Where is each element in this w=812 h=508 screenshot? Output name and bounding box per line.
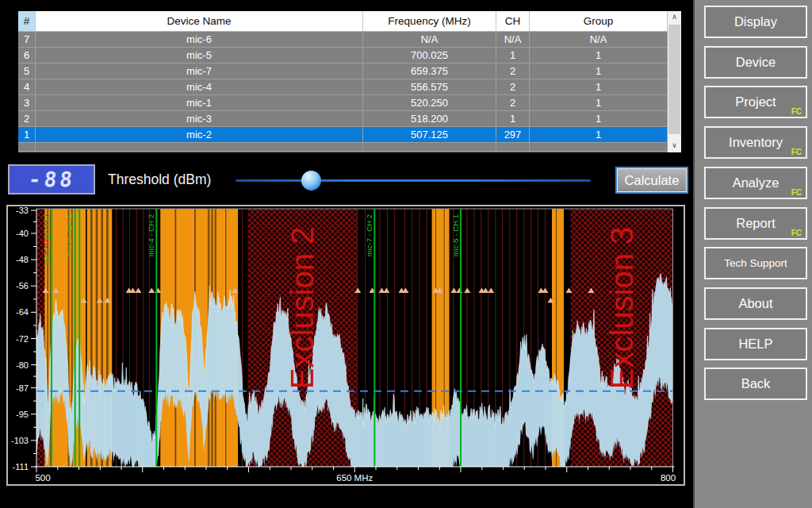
sidebar-button-back[interactable]: Back: [704, 368, 807, 400]
threshold-slider-thumb[interactable]: [301, 171, 321, 190]
fc-badge: FC: [791, 188, 802, 197]
table-cell: 1: [530, 48, 668, 64]
table-cell: 2: [496, 95, 530, 111]
table-cell: [36, 143, 363, 152]
table-row[interactable]: 3mic-1520.25021: [18, 95, 668, 111]
table-cell: 1: [496, 48, 530, 64]
sidebar-button-label: Tech Support: [724, 257, 787, 269]
table-cell: 1: [530, 64, 668, 79]
table-cell: 1: [530, 95, 668, 111]
svg-text:Exclusion 3: Exclusion 3: [604, 227, 639, 390]
fc-badge: FC: [791, 229, 802, 237]
spectrum-canvas: Exclusion 1Exclusion 2Exclusion 3mic-2 -…: [8, 206, 684, 484]
table-cell: mic-1: [36, 95, 363, 111]
table-row[interactable]: 4mic-4556.57521: [18, 79, 668, 95]
svg-text:mic-5 - CH 1: mic-5 - CH 1: [451, 214, 460, 256]
threshold-label: Threshold (dBm): [108, 171, 211, 188]
sidebar-button-inventory[interactable]: InventoryFC: [704, 126, 807, 159]
table-cell: mic-3: [36, 111, 363, 127]
svg-text:mic-3 - CH 1: mic-3 - CH 1: [65, 214, 74, 256]
spectrum-plot: Exclusion 1Exclusion 2Exclusion 3mic-2 -…: [6, 205, 685, 486]
svg-text:650 MHz: 650 MHz: [336, 473, 373, 483]
sidebar-button-display[interactable]: Display: [704, 6, 807, 38]
table-cell: 507.125: [363, 127, 496, 143]
table-cell: [496, 143, 530, 152]
table-row[interactable]: 1mic-2507.1252971: [18, 127, 668, 143]
sidebar-button-label: Device: [736, 55, 776, 70]
column-header[interactable]: #: [18, 11, 36, 32]
scroll-down-button[interactable]: ∨: [668, 140, 681, 152]
table-cell: 4: [18, 79, 36, 95]
svg-text:mic-7 - CH 2: mic-7 - CH 2: [365, 214, 373, 256]
table-cell: 2: [496, 64, 530, 79]
table-cell: N/A: [530, 32, 668, 48]
svg-text:-56: -56: [16, 281, 29, 291]
sidebar-button-project[interactable]: ProjectFC: [704, 86, 807, 118]
svg-text:800: 800: [661, 473, 676, 483]
column-header[interactable]: Device Name: [36, 11, 363, 32]
table-scrollbar[interactable]: ∧ ∨: [668, 11, 681, 152]
svg-text:mic-2 - CH 297: mic-2 - CH 297: [42, 214, 51, 265]
sidebar-button-label: Display: [734, 14, 777, 29]
calculate-button[interactable]: Calculate: [617, 168, 687, 192]
sidebar-button-label: Back: [741, 376, 771, 391]
table-cell: 7: [18, 32, 36, 48]
svg-text:-48: -48: [16, 255, 29, 264]
table-cell: 659.375: [363, 64, 496, 79]
scroll-up-button[interactable]: ∧: [668, 11, 681, 24]
svg-text:mic-4 - CH 2: mic-4 - CH 2: [147, 214, 155, 256]
table-row[interactable]: 5mic-7659.37521: [18, 64, 668, 79]
table-row[interactable]: 2mic-3518.20011: [18, 111, 668, 127]
threshold-slider-track[interactable]: [236, 179, 591, 182]
table-cell: 6: [18, 48, 36, 64]
table-cell: mic-5: [36, 48, 363, 64]
sidebar-button-about[interactable]: About: [704, 287, 807, 320]
table-cell: mic-2: [36, 127, 363, 143]
svg-text:-33: -33: [16, 206, 29, 215]
table-cell: 700.025: [363, 48, 496, 64]
table-cell: mic-7: [36, 64, 363, 79]
fc-badge: FC: [791, 148, 802, 156]
threshold-display: -88: [8, 164, 95, 194]
table-cell: 2: [496, 79, 530, 95]
svg-text:-111: -111: [13, 462, 29, 471]
svg-text:-95: -95: [16, 410, 29, 419]
table-header-row: #Device NameFrequency (MHz)CHGroup: [18, 11, 668, 32]
svg-text:-87: -87: [16, 383, 29, 393]
sidebar: DisplayDeviceProjectFCInventoryFCAnalyze…: [693, 0, 812, 508]
svg-text:500: 500: [35, 473, 50, 483]
sidebar-button-label: Inventory: [729, 135, 783, 150]
sidebar-button-label: HELP: [738, 337, 772, 352]
table-cell: mic-6: [36, 32, 363, 48]
sidebar-button-tech-support[interactable]: Tech Support: [704, 247, 807, 279]
column-header[interactable]: Group: [530, 11, 668, 32]
svg-text:-64: -64: [16, 307, 29, 317]
table-cell: [530, 143, 668, 152]
scroll-thumb[interactable]: [668, 25, 680, 134]
table-cell: 518.200: [363, 111, 496, 127]
table-cell: 1: [530, 127, 668, 143]
table-cell: 5: [18, 64, 36, 79]
threshold-value: -88: [27, 167, 76, 191]
sidebar-button-label: About: [738, 296, 772, 311]
table-cell: 556.575: [363, 79, 496, 95]
table-cell: [18, 143, 36, 152]
table-cell: N/A: [363, 32, 496, 48]
device-table-grid: #Device NameFrequency (MHz)CHGroup7mic-6…: [18, 11, 668, 152]
fc-badge: FC: [791, 107, 802, 116]
table-cell: 520.250: [363, 95, 496, 111]
svg-text:-40: -40: [16, 229, 29, 238]
device-table: #Device NameFrequency (MHz)CHGroup7mic-6…: [18, 11, 681, 152]
sidebar-button-help[interactable]: HELP: [704, 328, 807, 360]
table-cell: 297: [496, 127, 530, 143]
svg-text:-103: -103: [11, 436, 29, 445]
table-cell: 3: [18, 95, 36, 111]
table-cell: mic-4: [36, 79, 363, 95]
column-header[interactable]: Frequency (MHz): [363, 11, 496, 32]
table-row[interactable]: 7mic-6N/AN/AN/A: [18, 32, 668, 48]
column-header[interactable]: CH: [496, 11, 530, 32]
sidebar-button-analyze[interactable]: AnalyzeFC: [704, 167, 807, 199]
sidebar-button-device[interactable]: Device: [704, 46, 807, 79]
sidebar-button-report[interactable]: ReportFC: [704, 207, 807, 240]
table-row[interactable]: 6mic-5700.02511: [18, 48, 668, 64]
